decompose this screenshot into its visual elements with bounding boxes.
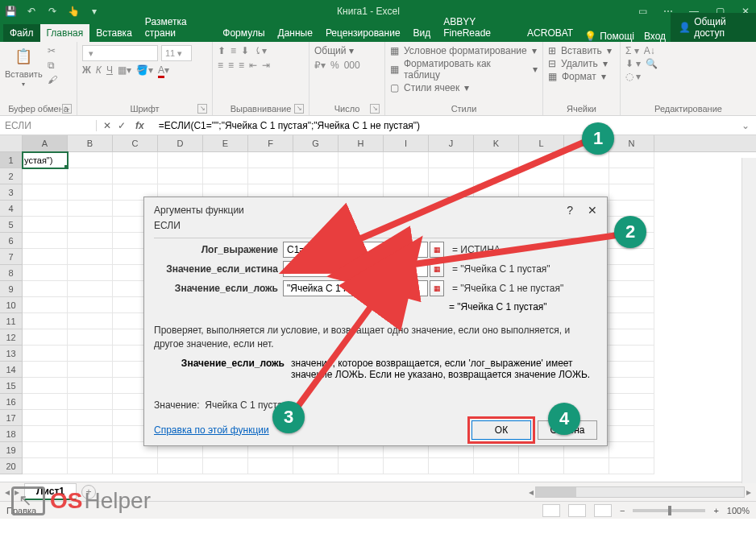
font-size-select[interactable]: 11 ▾ [161, 45, 192, 61]
format-as-table-button[interactable]: ▦Форматировать как таблицу ▾ [390, 58, 538, 81]
font-name-select[interactable]: ▾ [82, 45, 158, 61]
zoom-in-icon[interactable]: + [713, 506, 718, 515]
cell[interactable] [339, 152, 384, 168]
cell[interactable] [158, 152, 203, 168]
cut-icon[interactable]: ✂ [48, 45, 57, 56]
cell[interactable]: устая") [23, 152, 68, 168]
horizontal-scrollbar[interactable]: ◂ ▸ [529, 486, 751, 498]
cell[interactable] [609, 442, 654, 458]
cell[interactable] [429, 458, 474, 474]
save-icon[interactable]: 💾 [3, 4, 18, 19]
cell[interactable] [23, 233, 68, 249]
row-header[interactable]: 15 [0, 378, 23, 394]
cell[interactable] [564, 458, 609, 474]
row-header[interactable]: 16 [0, 394, 23, 410]
bold-button[interactable]: Ж [82, 64, 91, 76]
cell[interactable] [113, 168, 158, 184]
col-header[interactable]: I [384, 135, 429, 151]
share-button[interactable]: 👤Общий доступ [671, 13, 756, 42]
insert-cells-button[interactable]: ⊞Вставить ▾ [548, 45, 612, 56]
cell[interactable] [68, 184, 113, 201]
cell[interactable] [609, 184, 654, 201]
fx-icon[interactable]: fx [132, 120, 147, 131]
col-header[interactable]: K [474, 135, 519, 151]
autosum-icon[interactable]: Σ ▾ [625, 45, 639, 56]
arg3-input[interactable] [283, 280, 428, 296]
align-middle-icon[interactable]: ≡ [231, 45, 236, 56]
row-header[interactable]: 7 [0, 249, 23, 265]
cell[interactable] [158, 458, 203, 474]
cell[interactable] [23, 168, 68, 184]
cell[interactable] [68, 201, 113, 217]
cell[interactable] [248, 458, 293, 474]
cell[interactable] [68, 442, 113, 458]
ok-button[interactable]: ОК [471, 420, 531, 440]
tab-review[interactable]: Рецензирование [319, 24, 407, 42]
col-header[interactable]: F [248, 135, 293, 151]
cell[interactable] [23, 249, 68, 265]
cell[interactable] [609, 152, 654, 168]
row-header[interactable]: 4 [0, 201, 23, 217]
cell[interactable] [68, 362, 113, 378]
cell[interactable] [68, 297, 113, 313]
cell[interactable] [23, 329, 68, 346]
col-header[interactable]: J [429, 135, 474, 151]
cell[interactable] [113, 152, 158, 168]
cell[interactable] [384, 168, 429, 184]
cell[interactable] [609, 362, 654, 378]
cell[interactable] [474, 152, 519, 168]
zoom-out-icon[interactable]: − [620, 506, 625, 515]
cell[interactable] [23, 410, 68, 426]
cell[interactable] [23, 346, 68, 362]
cell[interactable] [203, 168, 248, 184]
col-header[interactable]: G [293, 135, 339, 151]
cell[interactable] [68, 394, 113, 410]
ribbon-options-icon[interactable]: ▭ [635, 6, 650, 17]
col-header[interactable]: L [519, 135, 564, 151]
cancel-formula-icon[interactable]: ✕ [103, 120, 111, 131]
arg2-input[interactable] [283, 261, 428, 277]
row-header[interactable]: 5 [0, 217, 23, 233]
cell-styles-button[interactable]: ▢Стили ячеек ▾ [390, 82, 469, 93]
cell[interactable] [68, 281, 113, 297]
cell[interactable] [384, 152, 429, 168]
cell[interactable] [23, 217, 68, 233]
cell[interactable] [23, 442, 68, 458]
cell[interactable] [609, 346, 654, 362]
row-header[interactable]: 9 [0, 281, 23, 297]
cell[interactable] [519, 152, 564, 168]
cell[interactable] [68, 458, 113, 474]
col-header[interactable]: A [23, 135, 68, 151]
tab-data[interactable]: Данные [272, 24, 319, 42]
cell[interactable] [609, 426, 654, 442]
cell[interactable] [384, 458, 429, 474]
cell[interactable] [23, 458, 68, 474]
cell[interactable] [23, 426, 68, 442]
find-icon[interactable]: 🔍 [646, 58, 658, 69]
row-header[interactable]: 2 [0, 168, 23, 184]
dialog-launcher-icon[interactable]: ↘ [197, 104, 207, 114]
name-box[interactable]: ЕСЛИ [0, 120, 97, 131]
format-painter-icon[interactable]: 🖌 [48, 74, 57, 85]
cell[interactable] [23, 297, 68, 313]
formula-input[interactable]: =ЕСЛИ(C1="";"Ячейка С 1 пустая";"Ячейка … [154, 120, 735, 131]
cell[interactable] [429, 168, 474, 184]
clear-icon[interactable]: ◌ ▾ [625, 71, 641, 82]
cell[interactable] [68, 346, 113, 362]
cell[interactable] [293, 458, 339, 474]
cell[interactable] [203, 458, 248, 474]
cell[interactable] [68, 233, 113, 249]
zoom-slider[interactable] [633, 509, 705, 512]
dialog-launcher-icon[interactable]: ↘ [62, 104, 72, 114]
col-header[interactable]: N [609, 135, 654, 151]
cell[interactable] [429, 152, 474, 168]
row-header[interactable]: 6 [0, 233, 23, 249]
cell[interactable] [68, 329, 113, 346]
row-header[interactable]: 14 [0, 362, 23, 378]
align-right-icon[interactable]: ≡ [239, 60, 244, 71]
tab-insert[interactable]: Вставка [89, 24, 139, 42]
cell[interactable] [564, 168, 609, 184]
row-header[interactable]: 1 [0, 152, 23, 168]
cell[interactable] [23, 362, 68, 378]
col-header[interactable]: C [113, 135, 158, 151]
